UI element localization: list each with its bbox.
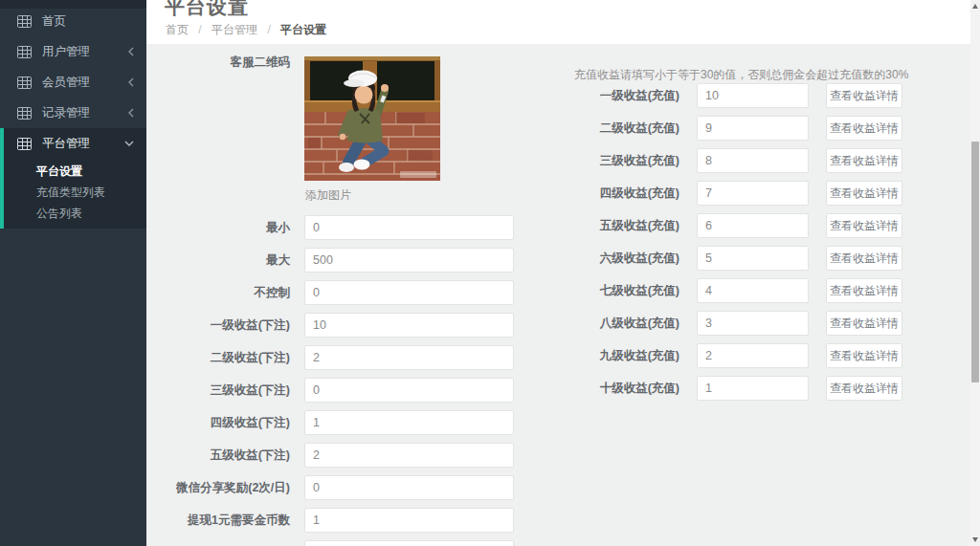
table-icon — [17, 107, 32, 120]
level4-recharge-income-input[interactable] — [697, 181, 809, 206]
left-form-rows: 最小 最大 不控制 一级收益(下注) 二级收益(下注) — [146, 215, 514, 540]
withdraw-coin-input[interactable] — [304, 508, 514, 533]
field-label: 八级收益(充值) — [462, 316, 679, 332]
breadcrumb-separator: / — [198, 23, 201, 36]
field-label: 最小 — [146, 220, 290, 236]
breadcrumb-home[interactable]: 首页 — [166, 23, 189, 36]
vertical-scrollbar[interactable] — [970, 0, 980, 546]
chevron-left-icon — [128, 47, 134, 56]
field-label: 五级收益(充值) — [462, 218, 679, 234]
field-label: 一级收益(下注) — [146, 317, 290, 334]
form-row: 八级收益(充值) 查看收益详情 — [462, 311, 902, 336]
form-row: 九级收益(充值) 查看收益详情 — [462, 343, 902, 368]
form-row: 提现1元需要金币数 — [146, 508, 514, 533]
scrollbar-down-arrow-icon[interactable] — [972, 537, 978, 542]
platform-submenu: 平台设置 充值类型列表 公告列表 — [4, 159, 146, 224]
admin-app: 首页 用户管理 会员管理 — [0, 0, 980, 546]
form-row: 十级收益(充值) 查看收益详情 — [462, 376, 902, 401]
scrollbar-thumb[interactable] — [971, 142, 979, 382]
field-label: 五级收益(下注) — [146, 448, 290, 464]
field-label: 提现1元需要金币数 — [146, 513, 290, 529]
sidebar-item-announcement-list[interactable]: 公告列表 — [4, 203, 146, 224]
sidebar-item-home[interactable]: 首页 — [0, 6, 146, 36]
qr-code-label: 客服二维码 — [146, 55, 290, 71]
chevron-left-icon — [128, 108, 134, 118]
form-row: 一级收益(充值) 查看收益详情 — [462, 83, 902, 108]
form-row: 三级收益(下注) — [146, 378, 514, 403]
sidebar-item-label: 首页 — [42, 13, 66, 30]
form-row: 四级收益(下注) — [146, 410, 514, 435]
view-income-details-button[interactable]: 查看收益详情 — [826, 116, 902, 141]
settings-form: 客服二维码 — [146, 44, 980, 546]
table-icon — [17, 138, 32, 150]
recharge-income-note: 充值收益请填写小于等于30的值，否则总佣金会超过充值数的30% — [574, 67, 908, 83]
level5-recharge-income-input[interactable] — [697, 213, 809, 238]
sidebar-nav: 首页 用户管理 会员管理 — [0, 0, 146, 229]
form-row: 一级收益(下注) — [146, 313, 514, 338]
page-title: 平台设置 — [165, 0, 249, 20]
sidebar-section-platform-management: 平台管理 平台设置 充值类型列表 公告列表 — [0, 128, 146, 229]
form-row: 四级收益(充值) 查看收益详情 — [462, 181, 902, 206]
chevron-down-icon — [124, 141, 134, 146]
field-label: 四级收益(下注) — [146, 415, 290, 431]
field-label: 十级收益(充值) — [462, 381, 679, 397]
sidebar-item-record-management[interactable]: 记录管理 — [0, 98, 146, 128]
field-label: 二级收益(下注) — [146, 350, 290, 366]
level5-bet-income-input[interactable] — [304, 443, 514, 468]
customer-service-qr-image[interactable] — [304, 56, 440, 181]
view-income-details-button[interactable]: 查看收益详情 — [826, 311, 902, 336]
table-icon — [17, 46, 32, 58]
add-image-link[interactable]: 添加图片 — [305, 187, 351, 204]
level4-bet-income-input[interactable] — [304, 410, 514, 435]
sidebar-item-recharge-type-list[interactable]: 充值类型列表 — [4, 182, 146, 203]
level7-recharge-income-input[interactable] — [697, 278, 809, 303]
field-label: 三级收益(充值) — [462, 153, 679, 169]
field-label: 七级收益(充值) — [462, 283, 679, 299]
form-row: 五级收益(充值) 查看收益详情 — [462, 213, 902, 238]
level9-recharge-income-input[interactable] — [697, 343, 809, 368]
view-income-details-button[interactable]: 查看收益详情 — [826, 343, 902, 368]
page-header: 平台设置 首页 / 平台管理 / 平台设置 — [146, 0, 980, 44]
form-row: 三级收益(充值) 查看收益详情 — [462, 148, 902, 173]
sidebar-item-platform-management[interactable]: 平台管理 — [4, 128, 146, 159]
form-row: 五级收益(下注) — [146, 443, 514, 468]
cutoff-input[interactable] — [304, 540, 514, 546]
level1-recharge-income-input[interactable] — [697, 83, 809, 108]
field-label: 三级收益(下注) — [146, 382, 290, 399]
sidebar-item-member-management[interactable]: 会员管理 — [0, 67, 146, 98]
view-income-details-button[interactable]: 查看收益详情 — [826, 278, 902, 303]
view-income-details-button[interactable]: 查看收益详情 — [826, 246, 902, 271]
level2-recharge-income-input[interactable] — [697, 116, 809, 141]
breadcrumb-current: 平台设置 — [280, 23, 326, 36]
view-income-details-button[interactable]: 查看收益详情 — [826, 181, 902, 206]
chevron-left-icon — [128, 77, 134, 87]
view-income-details-button[interactable]: 查看收益详情 — [826, 376, 902, 401]
field-label: 最大 — [146, 252, 290, 269]
breadcrumb-platform-management[interactable]: 平台管理 — [212, 23, 257, 36]
sidebar-item-label: 平台管理 — [42, 136, 90, 152]
form-row: 最大 — [146, 248, 514, 273]
form-row: 最小 — [146, 215, 514, 240]
field-label: 六级收益(充值) — [462, 251, 679, 267]
form-row: 六级收益(充值) 查看收益详情 — [462, 246, 902, 271]
field-label: 四级收益(充值) — [462, 186, 679, 202]
sidebar-item-platform-settings[interactable]: 平台设置 — [4, 161, 146, 182]
level10-recharge-income-input[interactable] — [697, 376, 809, 401]
sidebar: 首页 用户管理 会员管理 — [0, 0, 146, 546]
sidebar-item-user-management[interactable]: 用户管理 — [0, 36, 146, 67]
breadcrumb: 首页 / 平台管理 / 平台设置 — [166, 22, 326, 38]
field-label: 不控制 — [146, 285, 290, 301]
sidebar-item-label: 用户管理 — [42, 44, 90, 60]
wechat-share-reward-input[interactable] — [304, 475, 514, 500]
scrollbar-up-arrow-icon[interactable] — [972, 4, 978, 9]
field-label: 二级收益(充值) — [462, 120, 679, 137]
field-label: 一级收益(充值) — [462, 88, 679, 104]
breadcrumb-separator: / — [267, 23, 270, 36]
level6-recharge-income-input[interactable] — [697, 246, 809, 271]
form-row: 微信分享奖励(2次/日) — [146, 475, 514, 500]
level8-recharge-income-input[interactable] — [697, 311, 809, 336]
view-income-details-button[interactable]: 查看收益详情 — [826, 83, 902, 108]
view-income-details-button[interactable]: 查看收益详情 — [826, 148, 902, 173]
level3-recharge-income-input[interactable] — [697, 148, 809, 173]
view-income-details-button[interactable]: 查看收益详情 — [826, 213, 902, 238]
